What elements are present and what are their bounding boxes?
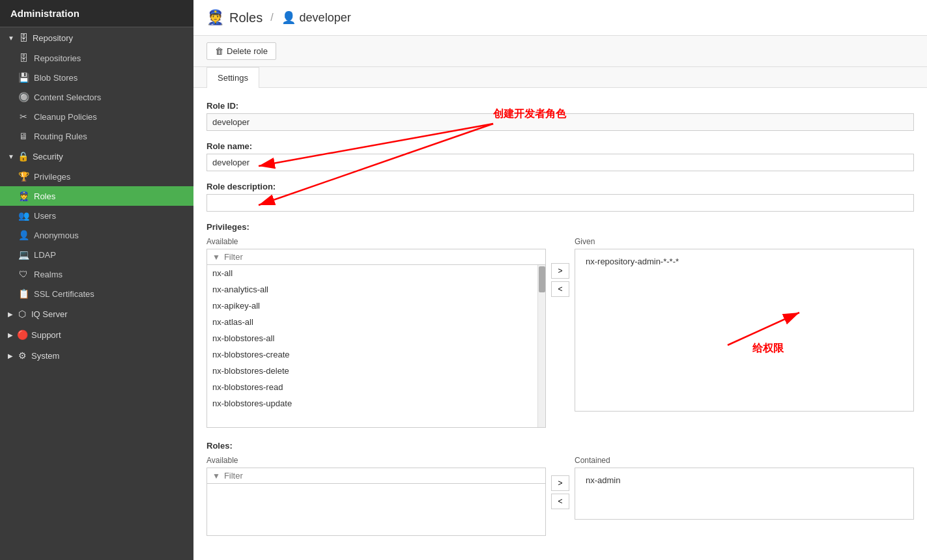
sidebar-group-iq-label: IQ Server xyxy=(31,309,68,319)
realms-icon: 🛡 xyxy=(18,269,29,279)
privileges-icon: 🏆 xyxy=(18,171,29,182)
list-item[interactable]: nx-all xyxy=(207,265,545,281)
transfer-left-button[interactable]: < xyxy=(551,281,569,297)
privileges-available-list[interactable]: nx-all nx-analytics-all nx-apikey-all nx… xyxy=(207,265,546,428)
sidebar-item-roles[interactable]: 👮 Roles xyxy=(0,186,193,206)
sidebar-group-repository[interactable]: ▼ 🗄 Repository xyxy=(0,27,193,48)
content-area: 创建开发者角色 Role ID: Role name: Role descrip… xyxy=(193,88,927,560)
delete-icon: 🗑 xyxy=(215,46,223,56)
filter-icon: ▼ xyxy=(212,253,220,262)
sidebar-item-privileges[interactable]: 🏆 Privileges xyxy=(0,167,193,186)
sidebar-item-roles-label: Roles xyxy=(34,191,55,201)
sidebar-group-support-label: Support xyxy=(31,330,61,340)
sidebar-item-users[interactable]: 👥 Users xyxy=(0,206,193,225)
tab-settings[interactable]: Settings xyxy=(207,67,259,88)
role-desc-input[interactable] xyxy=(207,194,914,212)
privileges-section: Privileges: Available ▼ nx-all nx-analyt… xyxy=(207,222,914,428)
privileges-filter-input[interactable] xyxy=(224,252,540,262)
list-scrollbar[interactable] xyxy=(537,265,545,427)
given-list-item[interactable]: nx-repository-admin-*-*-* xyxy=(580,253,908,270)
sidebar-item-ldap[interactable]: 💻 LDAP xyxy=(0,245,193,264)
blobstores-icon: 💾 xyxy=(18,72,29,83)
list-item[interactable]: nx-blobstores-read xyxy=(207,379,545,395)
role-desc-row: Role description: xyxy=(207,182,914,212)
sidebar-item-repositories[interactable]: 🗄 Repositories xyxy=(0,48,193,68)
sidebar-group-system-label: System xyxy=(31,351,59,361)
list-item[interactable]: nx-analytics-all xyxy=(207,281,545,298)
repositories-icon: 🗄 xyxy=(18,53,29,63)
chevron-right-iq-icon: ▶ xyxy=(8,311,13,318)
sidebar-section-support: ▶ 🔴 Support xyxy=(0,324,193,345)
sidebar-item-realms[interactable]: 🛡 Realms xyxy=(0,264,193,284)
role-name-input[interactable] xyxy=(207,154,914,171)
roles-filter-box: ▼ xyxy=(207,468,546,484)
scrollbar-thumb xyxy=(539,266,545,292)
chevron-left-icon: < xyxy=(558,285,562,294)
role-desc-label: Role description: xyxy=(207,182,914,191)
roles-chevron-right-icon: > xyxy=(558,479,562,488)
list-item[interactable]: nx-atlas-all xyxy=(207,314,545,330)
sidebar-item-cleanup-policies[interactable]: ✂ Cleanup Policies xyxy=(0,107,193,126)
privileges-available-column: Available ▼ nx-all nx-analytics-all nx-a… xyxy=(207,237,546,428)
list-item[interactable]: nx-blobstores-create xyxy=(207,346,545,363)
sidebar-group-support[interactable]: ▶ 🔴 Support xyxy=(0,324,193,345)
ldap-icon: 💻 xyxy=(18,249,29,260)
roles-transfer-right-button[interactable]: > xyxy=(551,475,569,491)
roles-transfer-left-button[interactable]: < xyxy=(551,494,569,509)
list-item[interactable]: nx-apikey-all xyxy=(207,298,545,314)
roles-contained-item[interactable]: nx-admin xyxy=(580,472,908,488)
sidebar-section-iq: ▶ ⬡ IQ Server xyxy=(0,303,193,324)
transfer-buttons: > < xyxy=(546,263,575,297)
system-icon: ⚙ xyxy=(17,350,27,361)
breadcrumb-separator: / xyxy=(270,12,273,23)
sidebar-item-blobstores[interactable]: 💾 Blob Stores xyxy=(0,68,193,87)
list-item[interactable]: nx-blobstores-delete xyxy=(207,363,545,379)
role-id-row: Role ID: xyxy=(207,101,914,131)
page-header: 👮 Roles / 👤 developer xyxy=(193,0,927,36)
sidebar-item-routing-rules-label: Routing Rules xyxy=(34,132,87,141)
sidebar-item-ssl-certificates[interactable]: 📋 SSL Certificates xyxy=(0,284,193,303)
sidebar-header: Administration xyxy=(0,0,193,27)
tab-settings-label: Settings xyxy=(218,73,248,83)
role-id-label: Role ID: xyxy=(207,101,914,111)
iq-server-icon: ⬡ xyxy=(17,309,27,319)
toolbar: 🗑 Delete role xyxy=(193,36,927,67)
sidebar-item-blobstores-label: Blob Stores xyxy=(34,73,78,83)
roles-filter-input[interactable] xyxy=(224,471,540,481)
sidebar-group-security-label: Security xyxy=(33,152,63,161)
roles-filter-icon: ▼ xyxy=(212,471,220,481)
ssl-icon: 📋 xyxy=(18,288,29,299)
sidebar-group-security[interactable]: ▼ 🔒 Security xyxy=(0,146,193,167)
cleanup-policies-icon: ✂ xyxy=(18,111,29,122)
sidebar-group-repository-label: Repository xyxy=(33,33,73,43)
roles-available-list[interactable] xyxy=(207,484,546,536)
sidebar-group-iq[interactable]: ▶ ⬡ IQ Server xyxy=(0,303,193,324)
sidebar-section-system: ▶ ⚙ System xyxy=(0,345,193,366)
sidebar-item-ldap-label: LDAP xyxy=(34,250,56,260)
role-id-input[interactable] xyxy=(207,113,914,131)
transfer-right-button[interactable]: > xyxy=(551,263,569,279)
sidebar-item-anonymous[interactable]: 👤 Anonymous xyxy=(0,225,193,245)
sidebar-item-repositories-label: Repositories xyxy=(34,53,81,63)
content-selectors-icon: 🔘 xyxy=(18,92,29,102)
list-item[interactable]: nx-blobstores-update xyxy=(207,395,545,412)
sidebar-group-system[interactable]: ▶ ⚙ System xyxy=(0,345,193,366)
sidebar-item-routing-rules[interactable]: 🖥 Routing Rules xyxy=(0,126,193,146)
roles-section: Roles: Available ▼ > xyxy=(207,441,914,536)
anonymous-icon: 👤 xyxy=(18,230,29,240)
sidebar-item-privileges-label: Privileges xyxy=(34,172,70,182)
list-item[interactable]: nx-blobstores-all xyxy=(207,330,545,346)
sidebar-item-content-selectors[interactable]: 🔘 Content Selectors xyxy=(0,87,193,107)
delete-role-label: Delete role xyxy=(227,46,268,56)
sidebar-item-users-label: Users xyxy=(34,211,56,221)
roles-available-header: Available xyxy=(207,456,546,465)
tab-bar: Settings xyxy=(193,67,927,88)
main-panel: 👮 Roles / 👤 developer 🗑 Delete role Sett… xyxy=(193,0,927,560)
privileges-filter-box: ▼ xyxy=(207,249,546,265)
sidebar-section-security: ▼ 🔒 Security 🏆 Privileges 👮 Roles 👥 User… xyxy=(0,146,193,303)
roles-contained-box: nx-admin xyxy=(575,468,914,520)
role-name-label: Role name: xyxy=(207,141,914,151)
repository-icon: 🗄 xyxy=(18,33,29,43)
privileges-given-header: Given xyxy=(575,237,914,246)
delete-role-button[interactable]: 🗑 Delete role xyxy=(207,42,276,60)
